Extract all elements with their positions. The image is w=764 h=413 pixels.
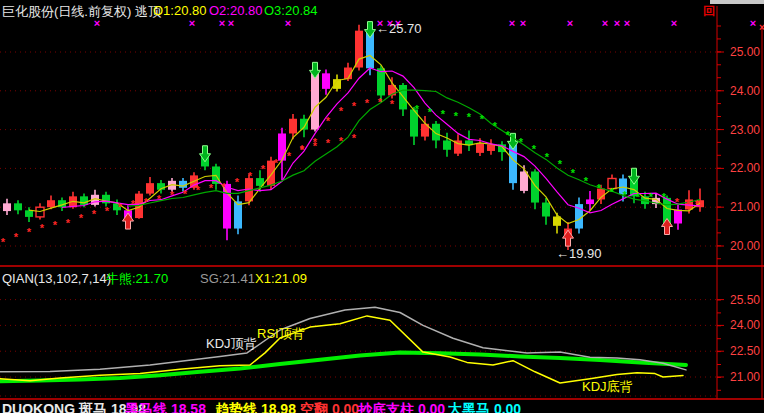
trend-dot: *	[686, 198, 691, 210]
trend-dot: *	[66, 217, 71, 229]
trend-dot: *	[584, 175, 589, 187]
candle-body	[520, 172, 528, 191]
bottom-indicator-value: 趋势线 18.98	[215, 401, 296, 413]
sell-x-marker: ×	[624, 17, 630, 29]
candle-body	[377, 68, 385, 95]
label-kdj-top-divergence: KDJ顶背	[206, 336, 257, 351]
sell-x-marker: ×	[94, 17, 100, 29]
trend-dot: *	[623, 189, 628, 201]
trend-dot: *	[326, 137, 331, 149]
trend-dot: *	[1, 236, 6, 248]
candle-body	[3, 203, 11, 211]
indicator-line-牛熊	[0, 353, 686, 382]
trend-dot: *	[27, 226, 32, 238]
sell-x-marker: ×	[567, 17, 573, 29]
candle-body	[542, 203, 550, 217]
candlestick-chart-canvas[interactable]: ****************************************…	[0, 0, 764, 413]
candle-body	[355, 31, 363, 68]
trend-dot: *	[170, 189, 175, 201]
candle-body	[586, 199, 594, 204]
trend-dot: *	[352, 100, 357, 112]
annotation-high-price: ←25.70	[376, 21, 422, 36]
trend-dot: *	[40, 222, 45, 234]
candle-body	[278, 133, 286, 160]
stock-chart-window: 巨化股份(日线.前复权) 逃顶 O1:20.80 O2:20.80 O3:20.…	[0, 0, 764, 413]
trend-dot: *	[274, 157, 279, 169]
candle-body	[80, 196, 88, 205]
trend-dot: *	[695, 198, 700, 210]
price-axis-label: 23.00	[718, 123, 760, 137]
candle-body	[47, 200, 55, 207]
trend-dot: *	[558, 158, 563, 170]
trend-dot: *	[467, 111, 472, 123]
price-axis-label: 25.00	[718, 45, 760, 59]
trend-dot: *	[313, 136, 318, 148]
indicator-name: QIAN(13,102,7,14)	[2, 271, 111, 286]
indicator-axis-label: 24.00	[718, 318, 760, 332]
niuxiong-value: 牛熊:21.70	[106, 271, 168, 286]
trend-dot: *	[390, 98, 395, 110]
candle-body	[476, 143, 484, 153]
sell-x-marker: ×	[228, 17, 234, 29]
sell-x-marker: ×	[285, 17, 291, 29]
sell-x-marker: ×	[509, 17, 515, 29]
trend-dot: *	[571, 167, 576, 179]
trend-dot: *	[506, 129, 511, 141]
trend-dot: *	[131, 198, 136, 210]
price-axis-label: 24.00	[718, 84, 760, 98]
trend-dot: *	[519, 136, 524, 148]
indicator-axis-label: 21.00	[718, 370, 760, 384]
candle-body	[531, 172, 539, 203]
indicator-axis-label: 25.50	[718, 293, 760, 307]
sell-x-marker: ×	[520, 17, 526, 29]
next-indicator-header-clipped: DUOKONG 斑马 18.98黑马线 18.58趋势线 18.98空翻 0.0…	[0, 400, 764, 413]
trend-dot: *	[326, 115, 331, 127]
trend-dot: *	[402, 101, 407, 113]
sell-x-marker: ×	[750, 17, 756, 29]
trend-dot: *	[157, 193, 162, 205]
trend-dot: *	[209, 182, 214, 194]
trend-dot: *	[261, 163, 266, 175]
corner-marker: ×	[759, 22, 764, 33]
trend-dot: *	[287, 150, 292, 162]
price-axis-label: 20.00	[718, 239, 760, 253]
trend-dot: *	[636, 191, 641, 203]
trend-dot: *	[144, 196, 149, 208]
trend-dot: *	[597, 182, 602, 194]
candle-body	[674, 210, 682, 224]
sell-x-marker: ×	[189, 17, 195, 29]
bottom-indicator-value: 空翻 0.00	[300, 401, 359, 413]
trend-dot: *	[662, 191, 667, 203]
trend-dot: *	[235, 176, 240, 188]
trend-dot: *	[222, 181, 227, 193]
sell-x-marker: ×	[671, 17, 677, 29]
trend-dot: *	[92, 208, 97, 220]
bottom-indicator-value: 黑马线 18.58	[125, 401, 206, 413]
candle-body	[289, 119, 297, 134]
trend-dot: *	[493, 120, 498, 132]
price-axis-label: 22.00	[718, 161, 760, 175]
trend-dot: *	[300, 143, 305, 155]
sell-x-marker: ×	[614, 17, 620, 29]
trend-dot: *	[480, 113, 485, 125]
indicator-axis-label: 22.50	[718, 344, 760, 358]
trend-dot: *	[248, 170, 253, 182]
bottom-indicator-value: 抄底支柱 0.00	[358, 401, 445, 413]
trend-dot: *	[415, 103, 420, 115]
candle-body	[322, 73, 330, 89]
trend-dot: *	[339, 135, 344, 147]
x1-value: X1:21.09	[255, 271, 307, 286]
trend-dot: *	[339, 105, 344, 117]
candle-body	[311, 73, 319, 129]
trend-dot: *	[428, 106, 433, 118]
trend-dot: *	[378, 96, 383, 108]
candle-body	[234, 201, 242, 228]
trend-dot: *	[352, 132, 357, 144]
bottom-indicator-value: 大黑马 0.00	[448, 401, 521, 413]
trend-dot: *	[196, 184, 201, 196]
trend-dot: *	[183, 188, 188, 200]
trend-dot: *	[545, 151, 550, 163]
trend-dot: *	[118, 201, 123, 213]
indicator-line-SG	[0, 307, 686, 372]
annotation-low-price: ←19.90	[556, 246, 602, 261]
